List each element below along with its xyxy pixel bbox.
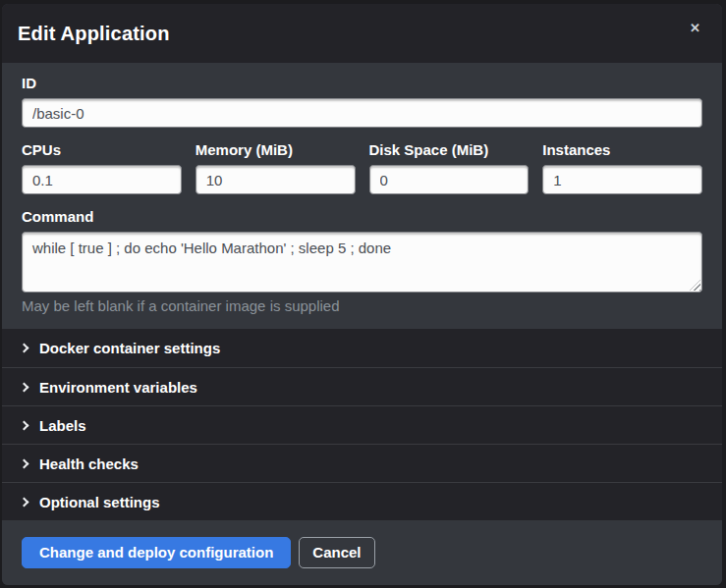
section-label: Labels [39, 417, 86, 434]
collapsible-sections: Docker container settings Environment va… [2, 329, 722, 520]
section-optional-settings[interactable]: Optional settings [2, 482, 722, 520]
section-label: Health checks [39, 455, 139, 472]
disk-label: Disk Space (MiB) [369, 141, 530, 159]
memory-field-group: Memory (MiB) [195, 141, 356, 194]
id-label: ID [22, 75, 702, 92]
instances-label: Instances [542, 141, 702, 159]
command-field-group: Command while [ true ] ; do echo 'Hello … [22, 208, 702, 315]
chevron-right-icon [20, 344, 29, 353]
resources-row: CPUs Memory (MiB) Disk Space (MiB) Insta… [22, 141, 702, 194]
application-form: ID CPUs Memory (MiB) Disk Space (MiB) In… [2, 63, 722, 329]
cancel-button[interactable]: Cancel [299, 537, 374, 568]
chevron-right-icon [20, 497, 29, 507]
section-label: Environment variables [39, 379, 197, 396]
disk-field-group: Disk Space (MiB) [369, 141, 530, 194]
command-textarea-wrap: while [ true ] ; do echo 'Hello Marathon… [22, 232, 702, 293]
memory-label: Memory (MiB) [195, 141, 356, 159]
close-icon[interactable]: ✕ [684, 18, 706, 38]
command-label: Command [22, 208, 702, 226]
instances-field-group: Instances [542, 141, 702, 194]
instances-input[interactable] [542, 165, 702, 194]
chevron-right-icon [20, 458, 29, 468]
chevron-right-icon [20, 382, 29, 392]
chevron-right-icon [20, 420, 29, 430]
cpus-label: CPUs [22, 141, 182, 159]
section-label: Optional settings [39, 494, 160, 510]
section-environment-variables[interactable]: Environment variables [2, 367, 722, 405]
memory-input[interactable] [195, 165, 356, 194]
command-textarea[interactable]: while [ true ] ; do echo 'Hello Marathon… [22, 232, 702, 293]
command-help-text: May be left blank if a container image i… [22, 297, 702, 315]
cpus-field-group: CPUs [22, 141, 182, 194]
modal-header: Edit Application ✕ [2, 4, 722, 63]
id-input[interactable] [22, 98, 702, 128]
modal-title: Edit Application [18, 23, 684, 45]
disk-input[interactable] [369, 165, 530, 194]
cpus-input[interactable] [22, 165, 182, 194]
section-health-checks[interactable]: Health checks [2, 444, 722, 482]
edit-application-modal: Edit Application ✕ ID CPUs Memory (MiB) … [2, 4, 722, 585]
modal-footer: Change and deploy configuration Cancel [2, 520, 722, 585]
change-and-deploy-button[interactable]: Change and deploy configuration [22, 537, 291, 568]
section-docker-container-settings[interactable]: Docker container settings [2, 329, 722, 367]
section-label: Docker container settings [39, 340, 220, 356]
section-labels[interactable]: Labels [2, 405, 722, 444]
id-field-group: ID [22, 75, 702, 128]
